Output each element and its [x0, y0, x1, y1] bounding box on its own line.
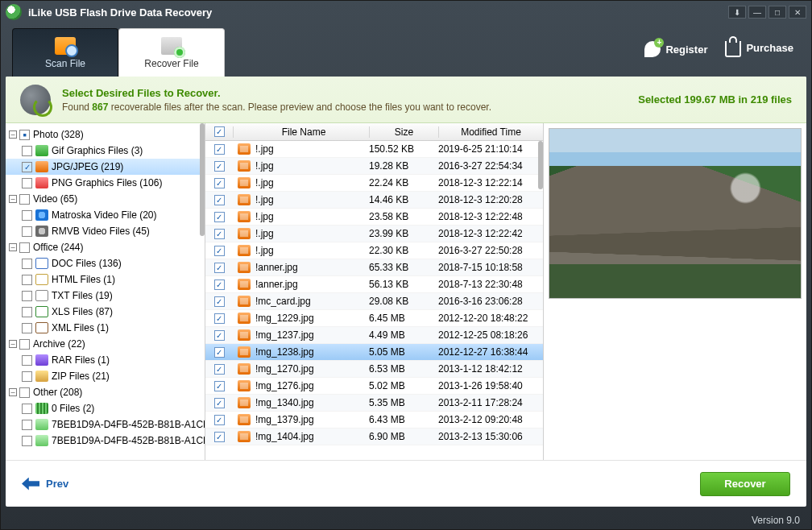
tree-expand-icon[interactable]: – — [9, 243, 17, 251]
tree-node[interactable]: JPG/JPEG (219) — [6, 159, 205, 175]
tree-checkbox[interactable] — [22, 420, 32, 430]
tree-checkbox[interactable] — [22, 436, 32, 446]
register-button[interactable]: Register — [644, 41, 707, 57]
tree-node[interactable]: RAR Files (1) — [6, 352, 205, 368]
tree-checkbox[interactable] — [19, 130, 30, 140]
tree-checkbox[interactable] — [22, 307, 32, 317]
tree-node[interactable]: XLS Files (87) — [6, 304, 205, 320]
file-row[interactable]: !mg_1237.jpg4.49 MB2012-12-25 08:18:26 — [205, 327, 543, 344]
tree-node[interactable]: –Photo (328) — [6, 126, 205, 143]
tree-node[interactable]: XML Files (1) — [6, 320, 205, 336]
row-checkbox[interactable] — [205, 296, 233, 307]
row-checkbox[interactable] — [205, 246, 233, 256]
tree-checkbox[interactable] — [22, 146, 32, 156]
tree-checkbox[interactable] — [22, 371, 32, 382]
download-button[interactable]: ⬇ — [728, 6, 746, 19]
file-row[interactable]: !mg_1238.jpg5.05 MB2012-12-27 16:38:44 — [205, 344, 543, 361]
row-checkbox[interactable] — [205, 432, 233, 442]
minimize-button[interactable]: — — [748, 6, 766, 19]
tree-checkbox[interactable] — [22, 404, 32, 414]
row-checkbox[interactable] — [205, 195, 233, 205]
col-size[interactable]: Size — [369, 126, 438, 138]
file-row[interactable]: !mg_1229.jpg6.45 MB2012-12-20 18:48:22 — [205, 310, 543, 327]
tree-checkbox[interactable] — [19, 339, 30, 350]
tree-checkbox[interactable] — [22, 178, 32, 188]
row-checkbox[interactable] — [205, 144, 233, 155]
row-checkbox[interactable] — [205, 279, 233, 290]
tree-node[interactable]: –Video (65) — [6, 191, 205, 207]
tree-checkbox[interactable] — [22, 259, 32, 269]
file-row[interactable]: !.jpg150.52 KB2019-6-25 21:10:14 — [205, 141, 543, 158]
tree-node[interactable]: PNG Graphics Files (106) — [6, 175, 205, 191]
tree-checkbox[interactable] — [22, 291, 32, 301]
row-checkbox[interactable] — [205, 415, 233, 425]
tree-node[interactable]: DOC Files (136) — [6, 255, 205, 271]
row-checkbox[interactable] — [205, 212, 233, 222]
file-row[interactable]: !.jpg22.30 KB2016-3-27 22:50:28 — [205, 242, 543, 259]
row-checkbox[interactable] — [205, 364, 233, 375]
prev-button[interactable]: Prev — [22, 478, 68, 491]
file-row[interactable]: !.jpg23.99 KB2018-12-3 12:22:42 — [205, 226, 543, 242]
purchase-button[interactable]: Purchase — [725, 38, 793, 57]
tree-node[interactable]: TXT Files (19) — [6, 288, 205, 304]
file-row[interactable]: !mc_card.jpg29.08 KB2016-3-16 23:06:28 — [205, 293, 543, 310]
tree-checkbox[interactable] — [19, 387, 30, 398]
tree-node[interactable]: HTML Files (1) — [6, 271, 205, 288]
tree-checkbox[interactable] — [19, 242, 30, 253]
tree-label: PNG Graphics Files (106) — [52, 177, 162, 188]
row-checkbox[interactable] — [205, 347, 233, 358]
category-tree[interactable]: –Photo (328)Gif Graphics Files (3)JPG/JP… — [6, 123, 205, 460]
file-row[interactable]: !mg_1379.jpg6.43 MB2013-2-12 09:20:48 — [205, 412, 543, 429]
tree-expand-icon[interactable]: – — [9, 195, 17, 203]
tree-expand-icon[interactable]: – — [9, 388, 17, 396]
row-checkbox[interactable] — [205, 381, 233, 391]
tree-node[interactable]: –Archive (22) — [6, 336, 205, 352]
tree-node[interactable]: 7BEB1D9A-D4FB-452B-B81B-A1CEC7D20 — [6, 433, 205, 449]
recover-button[interactable]: Recover — [700, 472, 790, 496]
tree-node[interactable]: 0 Files (2) — [6, 400, 205, 416]
tree-checkbox[interactable] — [22, 323, 32, 333]
file-row[interactable]: !mg_1404.jpg6.90 MB2013-2-13 15:30:06 — [205, 429, 543, 445]
row-checkbox[interactable] — [205, 398, 233, 408]
file-name: !mg_1404.jpg — [255, 431, 314, 442]
tree-node[interactable]: ZIP Files (21) — [6, 368, 205, 384]
row-checkbox[interactable] — [205, 263, 233, 273]
file-row[interactable]: !mg_1270.jpg6.53 MB2013-1-12 18:42:12 — [205, 361, 543, 378]
row-checkbox[interactable] — [205, 178, 233, 188]
tree-node[interactable]: –Other (208) — [6, 384, 205, 400]
select-all-checkbox[interactable]: ✓ — [205, 126, 233, 137]
tree-node[interactable]: 7BEB1D9A-D4FB-452B-B81B-A1CEC7D20 — [6, 416, 205, 433]
tree-node[interactable]: Matroska Video File (20) — [6, 207, 205, 223]
file-row[interactable]: !mg_1276.jpg5.02 MB2013-1-26 19:58:40 — [205, 378, 543, 395]
tree-checkbox[interactable] — [22, 162, 32, 172]
tab-scan-file[interactable]: Scan File — [12, 28, 118, 77]
col-modified-time[interactable]: Modified Time — [438, 126, 543, 138]
tree-checkbox[interactable] — [22, 210, 32, 221]
tree-checkbox[interactable] — [22, 275, 32, 285]
tree-checkbox[interactable] — [22, 355, 32, 366]
tree-node[interactable]: –Office (244) — [6, 239, 205, 255]
tree-expand-icon[interactable]: – — [9, 130, 17, 139]
close-button[interactable]: ✕ — [789, 6, 806, 19]
tree-node[interactable]: RMVB Video Files (45) — [6, 223, 205, 239]
row-checkbox[interactable] — [205, 330, 233, 341]
file-row[interactable]: !anner.jpg65.33 KB2018-7-15 10:18:58 — [205, 259, 543, 276]
file-row[interactable]: !anner.jpg56.13 KB2018-7-13 22:30:48 — [205, 276, 543, 293]
row-checkbox[interactable] — [205, 229, 233, 239]
tab-recover-file[interactable]: Recover File — [118, 28, 225, 77]
file-row[interactable]: !.jpg22.24 KB2018-12-3 12:22:14 — [205, 175, 543, 192]
tree-label: Gif Graphics Files (3) — [52, 145, 143, 156]
file-row[interactable]: !.jpg14.46 KB2018-12-3 12:20:28 — [205, 192, 543, 209]
tree-checkbox[interactable] — [22, 226, 32, 237]
row-checkbox[interactable] — [205, 161, 233, 172]
col-file-name[interactable]: File Name — [233, 126, 369, 138]
row-checkbox[interactable] — [205, 313, 233, 324]
file-row[interactable]: !.jpg23.58 KB2018-12-3 12:22:48 — [205, 209, 543, 226]
maximize-button[interactable]: □ — [768, 6, 786, 19]
file-row[interactable]: !.jpg19.28 KB2016-3-27 22:54:34 — [205, 158, 543, 175]
tree-checkbox[interactable] — [19, 194, 30, 205]
tree-expand-icon[interactable]: – — [9, 340, 17, 348]
tree-node[interactable]: Gif Graphics Files (3) — [6, 143, 205, 159]
file-list-body[interactable]: !.jpg150.52 KB2019-6-25 21:10:14!.jpg19.… — [205, 141, 543, 460]
file-row[interactable]: !mg_1340.jpg5.35 MB2013-2-11 17:28:24 — [205, 395, 543, 412]
